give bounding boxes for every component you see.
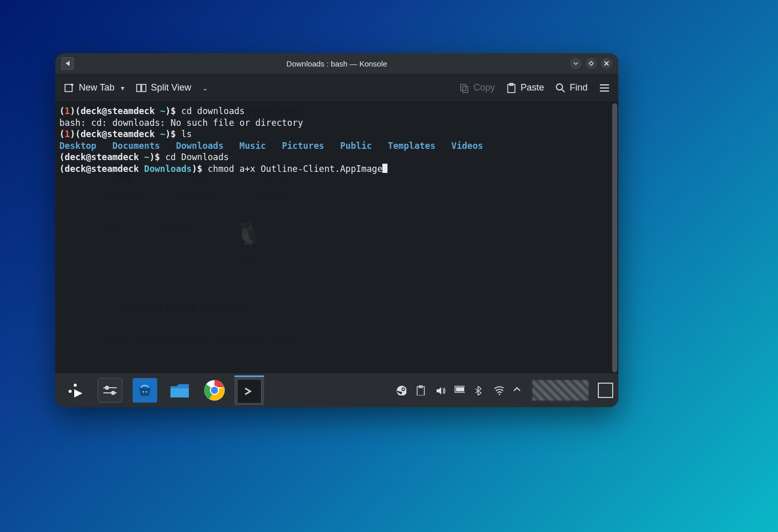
terminal-line: (1)(deck@steamdeck ~)$ cd downloads [59, 105, 614, 117]
svg-point-26 [402, 388, 404, 390]
svg-point-13 [74, 384, 77, 387]
svg-point-16 [105, 386, 109, 389]
paste-icon [506, 82, 516, 94]
search-icon [555, 83, 566, 93]
paste-button[interactable]: Paste [506, 82, 544, 94]
close-icon[interactable] [601, 58, 612, 69]
svg-point-17 [112, 391, 115, 394]
split-view-icon [136, 82, 147, 94]
window-title: Downloads : bash — Konsole [287, 59, 387, 68]
system-settings[interactable] [95, 375, 125, 405]
svg-rect-32 [456, 387, 464, 391]
svg-rect-3 [461, 84, 466, 91]
svg-rect-4 [463, 86, 468, 93]
wifi-icon[interactable] [493, 385, 504, 395]
svg-rect-1 [137, 84, 141, 92]
chevron-down-icon: ▾ [121, 84, 124, 92]
back-icon[interactable] [61, 57, 74, 70]
svg-rect-20 [170, 388, 189, 397]
svg-point-24 [397, 386, 406, 395]
battery-icon[interactable] [455, 385, 465, 395]
taskbar [55, 373, 618, 407]
konsole-task[interactable] [234, 375, 264, 405]
terminal-line: (deck@steamdeck ~)$ cd Downloads [59, 151, 614, 163]
clipboard-icon[interactable] [416, 385, 426, 395]
bluetooth-icon[interactable] [474, 385, 484, 395]
toolbar: New Tab ▾ Split View ⌄ Copy Paste [55, 74, 618, 102]
cursor [382, 164, 387, 173]
copy-button[interactable]: Copy [459, 82, 495, 93]
terminal-line: (1)(deck@steamdeck ~)$ ls [59, 128, 614, 140]
konsole-window: Downloads : bash — Konsole New Tab ▾ [55, 53, 618, 407]
chevron-down-icon: ⌄ [202, 84, 208, 92]
maximize-icon[interactable] [586, 58, 597, 69]
chevron-up-icon[interactable] [513, 385, 523, 395]
svg-line-8 [562, 90, 565, 92]
clock-area[interactable] [532, 380, 589, 401]
svg-rect-2 [142, 84, 146, 92]
terminal-output[interactable]: (1)(deck@steamdeck ~)$ cd downloadsbash:… [55, 102, 618, 373]
terminal-line: Desktop Documents Downloads Music Pictur… [59, 140, 614, 152]
hamburger-menu-button[interactable] [599, 82, 610, 94]
svg-point-12 [69, 390, 72, 393]
dolphin-files[interactable] [165, 375, 194, 405]
new-tab-icon [63, 82, 75, 94]
system-tray [396, 380, 613, 401]
hamburger-icon [599, 82, 610, 94]
chrome-browser[interactable] [200, 375, 229, 405]
terminal-viewport[interactable]: much bandwidth. ▣Android ⊞Windows ◯Chrom… [55, 102, 618, 373]
split-view-button[interactable]: Split View ⌄ [136, 82, 209, 94]
find-button[interactable]: Find [555, 82, 588, 93]
app-launcher[interactable] [60, 375, 90, 405]
titlebar[interactable]: Downloads : bash — Konsole [55, 53, 618, 74]
svg-rect-0 [65, 84, 72, 92]
minimize-icon[interactable] [570, 58, 581, 69]
terminal-line: bash: cd: downloads: No such file or dir… [59, 117, 614, 129]
svg-point-23 [211, 387, 218, 394]
svg-point-19 [146, 391, 147, 393]
steam-icon[interactable] [396, 385, 406, 395]
volume-icon[interactable] [435, 385, 445, 395]
svg-point-18 [143, 391, 144, 393]
svg-point-7 [556, 84, 563, 90]
copy-icon [459, 83, 469, 93]
scrollbar[interactable] [612, 103, 617, 372]
show-desktop-button[interactable] [598, 383, 613, 398]
terminal-line: (deck@steamdeck Downloads)$ chmod a+x Ou… [59, 163, 614, 175]
svg-point-33 [499, 394, 501, 395]
svg-point-27 [400, 392, 402, 394]
discover-store[interactable] [130, 375, 160, 405]
new-tab-button[interactable]: New Tab ▾ [63, 82, 124, 94]
